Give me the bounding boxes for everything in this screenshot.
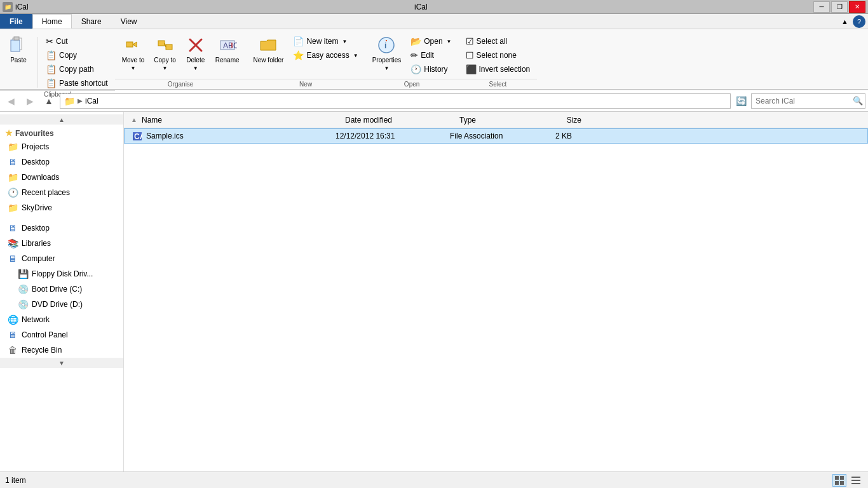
view-buttons <box>832 474 863 487</box>
copy-path-button[interactable]: 📋 Copy path <box>41 62 112 76</box>
properties-button[interactable]: i Properties ▼ <box>368 32 406 75</box>
ribbon-expand-button[interactable]: ▲ <box>838 15 851 28</box>
breadcrumb-ical[interactable]: iCal <box>85 97 98 105</box>
file-cell-date: 12/12/2012 16:31 <box>333 132 447 140</box>
computer-icon: 🖥 <box>8 254 18 264</box>
table-row[interactable]: CAL Sample.ics 12/12/2012 16:31 File Ass… <box>124 128 868 144</box>
libraries-icon: 📚 <box>8 238 18 248</box>
clipboard-group: Paste ✂ Cut 📋 Copy 📋 Copy path 📋 <box>0 29 115 90</box>
up-button[interactable]: ▲ <box>41 93 57 109</box>
history-button[interactable]: 🕐 History <box>406 62 456 76</box>
new-group: New folder 📄 New item ▼ ⭐ Easy access ▼ … <box>247 29 365 90</box>
restore-button[interactable]: ❒ <box>831 1 848 13</box>
move-to-button[interactable]: Move to ▼ <box>118 32 149 75</box>
new-stack: 📄 New item ▼ ⭐ Easy access ▼ <box>288 32 362 62</box>
tiles-view-button[interactable] <box>832 474 846 487</box>
file-list-header: ▲ Name Date modified Type Size <box>124 112 868 128</box>
svg-text:CAL: CAL <box>134 132 142 141</box>
select-stack: ☑ Select all ☐ Select none ⬛ Invert sele… <box>461 32 535 76</box>
organise-group: Move to ▼ Copy to ▼ <box>115 29 247 90</box>
copy-to-button[interactable]: Copy to ▼ <box>149 32 180 75</box>
cut-button[interactable]: ✂ Cut <box>41 34 112 48</box>
desktop-icon: 🖥 <box>8 157 18 167</box>
paste-button[interactable]: Paste <box>3 32 34 75</box>
column-header-type[interactable]: Type <box>457 116 533 125</box>
title-bar: 📁 iCal iCal ─ ❒ ✕ <box>0 0 868 14</box>
column-header-date[interactable]: Date modified <box>342 116 457 125</box>
sidebar-item-desktop[interactable]: 🖥 Desktop <box>0 154 123 170</box>
ribbon: Paste ✂ Cut 📋 Copy 📋 Copy path 📋 <box>0 29 868 90</box>
select-all-button[interactable]: ☑ Select all <box>461 34 535 48</box>
file-cell-type: File Association <box>447 132 524 140</box>
sort-up-arrow: ▲ <box>129 112 139 128</box>
search-icon[interactable]: 🔍 <box>853 96 863 105</box>
tab-share[interactable]: Share <box>72 14 111 29</box>
svg-rect-19 <box>835 476 839 480</box>
file-cell-size: 2 KB <box>524 132 574 140</box>
address-path[interactable]: 📁 ▶ iCal <box>60 93 731 109</box>
select-label: Select <box>459 79 538 90</box>
window-icon: 📁 <box>3 2 13 12</box>
sidebar-item-projects[interactable]: 📁 Projects <box>0 139 123 154</box>
select-none-button[interactable]: ☐ Select none <box>461 48 535 62</box>
refresh-button[interactable]: 🔄 <box>733 93 749 109</box>
sidebar-item-libraries[interactable]: 📚 Libraries <box>0 236 123 251</box>
copy-button[interactable]: 📋 Copy <box>41 48 112 62</box>
ics-icon: CAL <box>132 131 142 141</box>
back-button[interactable]: ◀ <box>3 93 19 109</box>
sidebar-item-desktop2[interactable]: 🖥 Desktop <box>0 220 123 236</box>
column-header-name[interactable]: Name <box>139 116 342 125</box>
control-panel-icon: 🖥 <box>8 330 18 340</box>
edit-button[interactable]: ✏ Edit <box>406 48 456 62</box>
sidebar-item-computer[interactable]: 🖥 Computer <box>0 251 123 266</box>
main-layout: ▲ ★ Favourites 📁 Projects 🖥 Desktop 📁 Do… <box>0 112 868 471</box>
invert-selection-button[interactable]: ⬛ Invert selection <box>461 62 535 76</box>
sidebar-item-skydrive[interactable]: 📁 SkyDrive <box>0 200 123 215</box>
tab-file[interactable]: File <box>0 14 32 29</box>
status-count: 1 item <box>5 476 26 485</box>
easy-access-button[interactable]: ⭐ Easy access ▼ <box>288 48 362 62</box>
search-input[interactable] <box>751 93 865 109</box>
copy-to-label: Copy to <box>154 57 175 64</box>
forward-button[interactable]: ▶ <box>22 93 38 109</box>
sidebar-scroll-down[interactable]: ▼ <box>0 358 123 368</box>
help-button[interactable]: ? <box>853 15 865 28</box>
title-center: iCal <box>414 3 428 11</box>
svg-rect-2 <box>14 37 19 40</box>
file-cell-name: CAL Sample.ics <box>130 131 333 141</box>
sidebar-item-recycle-bin[interactable]: 🗑 Recycle Bin <box>0 342 123 358</box>
sidebar-item-floppy[interactable]: 💾 Floppy Disk Driv... <box>0 266 123 281</box>
new-folder-button[interactable]: New folder <box>249 32 288 75</box>
sidebar-item-network[interactable]: 🌐 Network <box>0 312 123 327</box>
sidebar-scroll-up[interactable]: ▲ <box>0 114 123 125</box>
new-item-button[interactable]: 📄 New item ▼ <box>288 34 362 48</box>
open-stack: 📂 Open ▼ ✏ Edit 🕐 History <box>406 32 456 76</box>
open-group: i Properties ▼ 📂 Open ▼ ✏ Edit <box>365 29 459 90</box>
delete-button[interactable]: Delete ▼ <box>181 32 210 75</box>
svg-rect-21 <box>835 481 839 485</box>
sidebar-item-control-panel[interactable]: 🖥 Control Panel <box>0 327 123 342</box>
tab-home[interactable]: Home <box>32 14 72 29</box>
svg-text:i: i <box>384 41 386 50</box>
properties-label: Properties <box>372 57 402 64</box>
tab-view[interactable]: View <box>111 14 147 29</box>
close-button[interactable]: ✕ <box>849 1 865 13</box>
sidebar-item-downloads[interactable]: 📁 Downloads <box>0 170 123 185</box>
svg-text:ABC: ABC <box>223 41 237 50</box>
desktop2-icon: 🖥 <box>8 223 18 233</box>
sidebar-favourites-header[interactable]: ★ Favourites <box>0 125 123 139</box>
sidebar-item-dvd-drive[interactable]: 💿 DVD Drive (D:) <box>0 297 123 312</box>
list-view-button[interactable] <box>849 474 863 487</box>
breadcrumb-icon: 📁 <box>64 96 75 106</box>
open-label: Open <box>365 79 459 90</box>
new-folder-label: New folder <box>254 57 284 64</box>
minimize-button[interactable]: ─ <box>813 1 830 13</box>
sidebar-item-recent-places[interactable]: 🕐 Recent places <box>0 185 123 200</box>
paste-shortcut-button[interactable]: 📋 Paste shortcut <box>41 76 112 90</box>
column-header-size[interactable]: Size <box>533 116 584 125</box>
skydrive-icon: 📁 <box>8 203 18 213</box>
sidebar-item-boot-drive[interactable]: 💿 Boot Drive (C:) <box>0 281 123 297</box>
open-button[interactable]: 📂 Open ▼ <box>406 34 456 48</box>
network-icon: 🌐 <box>8 315 18 325</box>
rename-button[interactable]: ABC Rename <box>211 32 244 75</box>
